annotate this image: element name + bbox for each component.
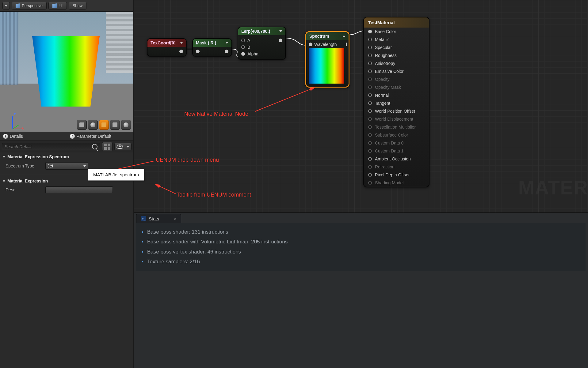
param-default-label: Parameter Default bbox=[77, 134, 112, 139]
output-pin-row[interactable]: World Position Offset bbox=[364, 107, 429, 115]
pin-alpha[interactable] bbox=[241, 52, 245, 56]
shape-plane-button[interactable] bbox=[99, 120, 109, 130]
pin-icon[interactable] bbox=[368, 69, 372, 73]
viewport[interactable]: Z X bbox=[0, 12, 133, 132]
perspective-button[interactable]: Perspective bbox=[12, 2, 47, 9]
tab-details[interactable]: i Details bbox=[0, 132, 67, 141]
output-pin-row[interactable]: Ambient Occlusion bbox=[364, 155, 429, 163]
pin-label: Anisotropy bbox=[375, 61, 395, 66]
output-pin-row[interactable]: Opacity Mask bbox=[364, 83, 429, 91]
pin-b[interactable] bbox=[241, 45, 245, 49]
output-title: TestMaterial bbox=[368, 20, 395, 25]
pin-label: World Position Offset bbox=[375, 109, 415, 114]
node-output[interactable]: TestMaterial Base ColorMetallicSpecularR… bbox=[364, 17, 429, 187]
pin-icon[interactable] bbox=[368, 181, 372, 185]
preview-mesh bbox=[28, 36, 104, 107]
node-spectrum-title: Spectrum bbox=[306, 32, 349, 40]
pin-icon[interactable] bbox=[368, 101, 372, 105]
show-button[interactable]: Show bbox=[69, 2, 87, 9]
output-pin-row[interactable]: Tessellation Multiplier bbox=[364, 123, 429, 131]
node-texcoord[interactable]: TexCoord[0] bbox=[147, 39, 186, 56]
shape-sphere-button[interactable] bbox=[88, 120, 98, 130]
property-matrix-button[interactable] bbox=[102, 142, 113, 151]
pin-out[interactable] bbox=[346, 43, 347, 46]
collapse-icon bbox=[2, 180, 6, 182]
output-pin-row[interactable]: Shading Model bbox=[364, 179, 429, 187]
pin-in[interactable] bbox=[196, 50, 200, 53]
perspective-label: Perspective bbox=[22, 3, 43, 8]
pin-icon[interactable] bbox=[368, 133, 372, 137]
node-lerp[interactable]: Lerp(400,700,) A B Alpha bbox=[238, 27, 286, 59]
viewport-options-button[interactable] bbox=[2, 2, 10, 9]
output-pin-row[interactable]: Specular bbox=[364, 43, 429, 51]
node-spectrum[interactable]: Spectrum Wavelength bbox=[305, 31, 349, 88]
lit-button[interactable]: Lit bbox=[48, 2, 67, 9]
pin-out[interactable] bbox=[279, 39, 282, 42]
output-pin-row[interactable]: World Displacement bbox=[364, 115, 429, 123]
close-icon[interactable]: × bbox=[174, 216, 177, 221]
spectrum-type-combo[interactable]: Jet MATLAB Jet spectrum bbox=[45, 162, 88, 170]
pin-icon[interactable] bbox=[368, 77, 372, 81]
pin-icon[interactable] bbox=[368, 141, 372, 145]
pin-icon[interactable] bbox=[368, 173, 372, 177]
spectrum-input: Wavelength bbox=[314, 42, 337, 47]
output-pin-row[interactable]: Base Color bbox=[364, 28, 429, 36]
pin-icon[interactable] bbox=[368, 149, 372, 153]
chevron-down-icon bbox=[83, 165, 86, 167]
node-mask[interactable]: Mask ( R ) bbox=[193, 39, 232, 56]
section-spectrum-title: Material Expression Spectrum bbox=[7, 154, 69, 159]
output-pin-row[interactable]: Pixel Depth Offset bbox=[364, 171, 429, 179]
material-graph[interactable]: TexCoord[0] Mask ( R ) Lerp(400,700,) A … bbox=[134, 0, 588, 212]
output-pin-row[interactable]: Refraction bbox=[364, 163, 429, 171]
output-pin-row[interactable]: Tangent bbox=[364, 99, 429, 107]
pin-icon[interactable] bbox=[368, 157, 372, 161]
pin-out[interactable] bbox=[179, 50, 183, 53]
output-pin-row[interactable]: Opacity bbox=[364, 75, 429, 83]
search-input[interactable] bbox=[5, 144, 92, 149]
info-icon: i bbox=[3, 134, 8, 139]
axis-x-label: X bbox=[21, 126, 24, 130]
wire-layer bbox=[134, 0, 588, 212]
pin-icon[interactable] bbox=[368, 117, 372, 121]
pin-icon[interactable] bbox=[368, 93, 372, 97]
pin-a[interactable] bbox=[241, 39, 245, 42]
pin-label: Shading Model bbox=[375, 180, 403, 185]
output-pin-row[interactable]: Metallic bbox=[364, 36, 429, 43]
output-pin-row[interactable]: Normal bbox=[364, 91, 429, 99]
details-tabs: i Details i Parameter Default bbox=[0, 132, 133, 141]
mask-title: Mask ( R ) bbox=[196, 40, 216, 45]
section-spectrum-header[interactable]: Material Expression Spectrum bbox=[0, 152, 133, 160]
output-pin-row[interactable]: Roughness bbox=[364, 51, 429, 59]
pin-icon[interactable] bbox=[368, 62, 372, 65]
view-options-button[interactable] bbox=[114, 143, 132, 150]
pin-icon[interactable] bbox=[368, 109, 372, 113]
output-pin-row[interactable]: Custom Data 0 bbox=[364, 139, 429, 147]
lerp-b: B bbox=[247, 45, 250, 50]
tooltip-text: MATLAB Jet spectrum bbox=[93, 172, 139, 177]
stats-title: Stats bbox=[149, 216, 159, 221]
pin-icon[interactable] bbox=[368, 85, 372, 89]
pin-icon[interactable] bbox=[368, 54, 372, 57]
output-pin-row[interactable]: Emissive Color bbox=[364, 67, 429, 75]
desc-input[interactable] bbox=[45, 186, 113, 193]
pin-icon[interactable] bbox=[368, 125, 372, 129]
output-pin-row[interactable]: Anisotropy bbox=[364, 59, 429, 67]
collapse-icon bbox=[180, 42, 183, 44]
stats-tab[interactable]: >_ Stats × bbox=[136, 214, 181, 223]
shape-teapot-button[interactable] bbox=[121, 120, 131, 130]
texcoord-title: TexCoord[0] bbox=[151, 40, 175, 45]
pin-icon[interactable] bbox=[368, 165, 372, 169]
search-row bbox=[0, 141, 133, 152]
output-pin-row[interactable]: Custom Data 1 bbox=[364, 147, 429, 155]
pin-out[interactable] bbox=[225, 50, 228, 53]
pin-icon[interactable] bbox=[368, 46, 372, 49]
pin-icon[interactable] bbox=[368, 38, 372, 41]
shape-cylinder-button[interactable] bbox=[77, 120, 87, 130]
output-pin-row[interactable]: Subsurface Color bbox=[364, 131, 429, 139]
tab-param-default[interactable]: i Parameter Default bbox=[67, 132, 134, 141]
pin-icon[interactable] bbox=[368, 30, 372, 33]
shape-cube-button[interactable] bbox=[110, 120, 120, 130]
prop-spectrum-type: Spectrum Type Jet MATLAB Jet spectrum bbox=[0, 160, 133, 171]
lerp-a: A bbox=[247, 38, 250, 43]
pin-wavelength[interactable] bbox=[309, 43, 312, 46]
